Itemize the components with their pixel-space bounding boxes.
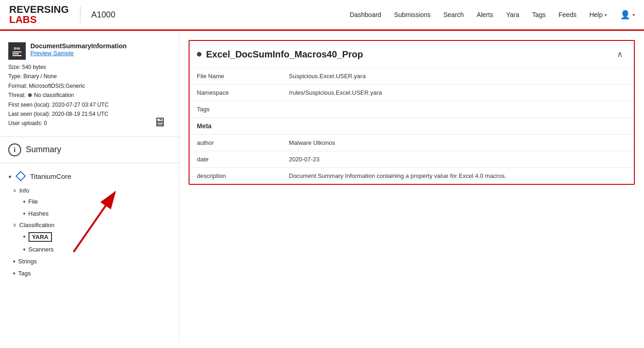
namespace-value: /rules/Suspicious.Excel.USER.yara <box>282 85 634 101</box>
file-header: BIN DocumentSummaryInformation Preview S… <box>8 42 171 60</box>
namespace-label: Namespace <box>190 85 282 101</box>
file-label: File <box>29 198 38 205</box>
nav-yara[interactable]: Yara <box>506 11 519 18</box>
file-name-label: File Name <box>190 68 282 85</box>
tree-nav: ● TitaniumCore ∨ Info • File • Hashes <box>0 163 179 284</box>
nav-help[interactable]: Help <box>589 11 603 18</box>
tree-info[interactable]: ∨ Info <box>0 185 179 196</box>
titaniumcore-icon <box>16 171 26 182</box>
tree-hashes[interactable]: • Hashes <box>0 208 179 220</box>
rule-title: Excel_DocSumInfo_Macros40_Prop <box>206 49 363 60</box>
rule-meta-heading-row: Meta <box>190 118 634 135</box>
titaniumcore-label: TitaniumCore <box>30 172 71 180</box>
meta-heading: Meta <box>190 118 634 135</box>
file-name-value: Suspicious.Excel.USER.yara <box>282 68 634 85</box>
first-seen: First seen (local): 2020-07-27 03:47 UTC <box>8 100 171 109</box>
nav-tags[interactable]: Tags <box>532 11 546 18</box>
rule-dot <box>197 52 201 57</box>
tree-scanners[interactable]: • Scanners <box>0 244 179 256</box>
tree-bullet-titaniumcore: ● <box>8 173 12 180</box>
author-value: Malware Utkonos <box>282 135 634 151</box>
scanners-label: Scanners <box>29 246 54 253</box>
tags-label: Tags <box>18 270 31 277</box>
rule-collapse-button[interactable]: ∧ <box>613 47 627 61</box>
header: REVERSING LABS A1000 Dashboard Submissio… <box>0 0 644 31</box>
nav-dashboard[interactable]: Dashboard <box>350 11 381 18</box>
logo: REVERSING LABS <box>9 5 69 25</box>
server-icon: 🖥 <box>153 114 166 130</box>
threat-value: No classification <box>34 91 74 100</box>
file-format: Format: MicrosoftDSIS:Generic <box>8 81 171 91</box>
tree-file[interactable]: • File <box>0 196 179 208</box>
file-info-block: BIN DocumentSummaryInformation Preview S… <box>0 38 179 137</box>
rule-details-table: File Name Suspicious.Excel.USER.yara Nam… <box>190 68 634 184</box>
tree-strings[interactable]: • Strings <box>0 256 179 268</box>
info-collapse-arrow: ∨ <box>13 188 17 194</box>
preview-sample-link[interactable]: Preview Sample <box>30 50 74 57</box>
file-name: DocumentSummaryInformation <box>30 42 126 50</box>
sidebar: BIN DocumentSummaryInformation Preview S… <box>0 31 179 342</box>
file-bullet: • <box>23 198 26 206</box>
tags-value <box>282 101 634 118</box>
rule-author-row: author Malware Utkonos <box>190 135 634 151</box>
classification-label: Classification <box>19 222 55 228</box>
yara-bullet: • <box>23 233 26 241</box>
strings-label: Strings <box>18 258 37 265</box>
product-name: A1000 <box>92 10 115 20</box>
yara-label: YARA <box>29 232 52 242</box>
description-label: description <box>190 168 282 184</box>
summary-section[interactable]: i Summary <box>0 137 179 163</box>
tree-yara[interactable]: • YARA <box>0 230 179 244</box>
nav-submissions[interactable]: Submissions <box>394 11 431 18</box>
file-size: Size: 540 bytes <box>8 63 171 72</box>
main-nav: Dashboard Submissions Search Alerts Yara… <box>350 9 635 20</box>
strings-bullet: • <box>13 257 16 266</box>
yara-card-header: Excel_DocSumInfo_Macros40_Prop ∧ <box>190 41 634 68</box>
main-container: BIN DocumentSummaryInformation Preview S… <box>0 31 644 342</box>
tags-label: Tags <box>190 101 282 118</box>
nav-user-wrapper[interactable]: 👤 ▾ <box>620 9 635 20</box>
hashes-label: Hashes <box>29 210 49 217</box>
nav-alerts[interactable]: Alerts <box>477 11 493 18</box>
user-icon: 👤 <box>620 9 631 20</box>
nav-help-wrapper[interactable]: Help ▾ <box>589 11 607 18</box>
summary-info-icon: i <box>8 143 21 156</box>
tags-bullet: • <box>13 269 16 278</box>
date-value: 2020-07-23 <box>282 151 634 168</box>
logo-divider <box>80 6 80 23</box>
file-title-area: DocumentSummaryInformation Preview Sampl… <box>30 42 126 57</box>
tree-tags[interactable]: • Tags <box>0 268 179 280</box>
summary-label: Summary <box>26 145 61 154</box>
rule-filename-row: File Name Suspicious.Excel.USER.yara <box>190 68 634 85</box>
description-value: Document Summary Information containing … <box>282 168 634 184</box>
logo-area: REVERSING LABS A1000 <box>9 5 115 25</box>
threat-label: Threat: <box>8 91 26 100</box>
file-type-icon: BIN <box>8 42 26 60</box>
file-type: Type: Binary / None <box>8 72 171 81</box>
user-dropdown-arrow: ▾ <box>632 12 635 17</box>
info-label: Info <box>19 187 29 194</box>
hashes-bullet: • <box>23 210 26 218</box>
rule-description-row: description Document Summary Information… <box>190 168 634 184</box>
rule-tags-row: Tags <box>190 101 634 118</box>
scanners-bullet: • <box>23 245 26 254</box>
date-label: date <box>190 151 282 168</box>
nav-search[interactable]: Search <box>443 11 464 18</box>
classification-collapse-arrow: ∨ <box>13 222 17 228</box>
content-area: Excel_DocSumInfo_Macros40_Prop ∧ File Na… <box>179 31 644 342</box>
author-label: author <box>190 135 282 151</box>
rule-date-row: date 2020-07-23 <box>190 151 634 168</box>
rule-namespace-row: Namespace /rules/Suspicious.Excel.USER.y… <box>190 85 634 101</box>
tree-classification[interactable]: ∨ Classification <box>0 220 179 230</box>
threat-row: Threat: No classification <box>8 91 171 100</box>
titaniumcore-row[interactable]: ● TitaniumCore <box>0 168 179 185</box>
yara-rule-card: Excel_DocSumInfo_Macros40_Prop ∧ File Na… <box>189 40 635 185</box>
nav-feeds[interactable]: Feeds <box>558 11 576 18</box>
help-dropdown-arrow: ▾ <box>604 12 607 17</box>
threat-indicator <box>28 93 32 97</box>
logo-labs: LABS <box>9 14 37 25</box>
